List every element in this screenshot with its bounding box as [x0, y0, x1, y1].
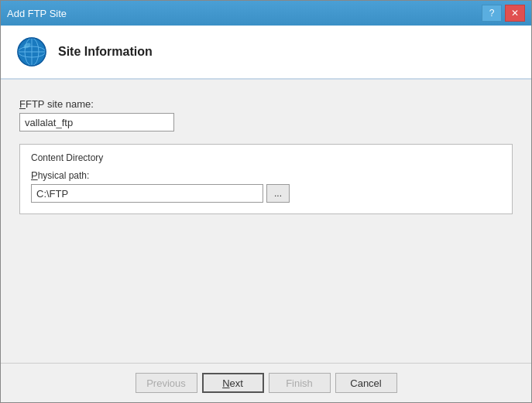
next-button[interactable]: Next: [202, 373, 264, 393]
site-name-input[interactable]: [19, 113, 174, 131]
site-name-group: FFTP site name:: [19, 98, 513, 131]
finish-button[interactable]: Finish: [269, 373, 331, 393]
title-bar: Add FTP Site ? ✕: [1, 1, 531, 26]
browse-button[interactable]: ...: [266, 184, 290, 203]
content-directory-title: Content Directory: [31, 152, 501, 163]
footer: Previous Next Finish Cancel: [1, 363, 531, 402]
content-area: FFTP site name: Content Directory Physic…: [1, 80, 531, 363]
title-bar-controls: ? ✕: [482, 5, 525, 22]
close-button[interactable]: ✕: [505, 5, 525, 22]
content-directory-box: Content Directory Physical path: ...: [19, 144, 513, 214]
site-name-label: FFTP site name:: [19, 98, 513, 110]
main-window: Add FTP Site ? ✕ Site Information FFTP s…: [0, 0, 532, 403]
physical-path-label: Physical path:: [31, 169, 501, 181]
previous-button[interactable]: Previous: [136, 373, 197, 393]
cancel-button[interactable]: Cancel: [335, 373, 397, 393]
header-section: Site Information: [1, 26, 531, 80]
help-button[interactable]: ?: [482, 5, 502, 22]
window-title: Add FTP Site: [7, 8, 67, 19]
globe-icon: [16, 36, 47, 67]
header-title: Site Information: [58, 45, 153, 59]
physical-path-input[interactable]: [31, 184, 263, 203]
physical-path-row: ...: [31, 184, 501, 203]
physical-path-group: Physical path: ...: [31, 169, 501, 203]
